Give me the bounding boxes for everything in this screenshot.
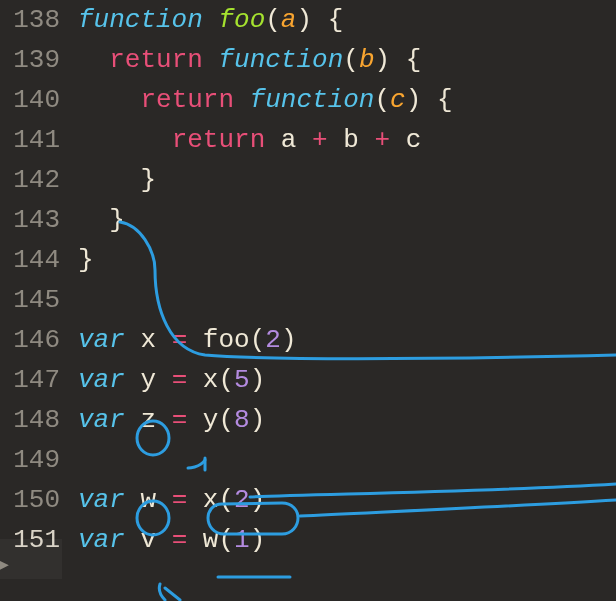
token: foo(: [203, 325, 265, 355]
token: b: [359, 45, 375, 75]
code-line[interactable]: 139 return function(b) {: [0, 40, 616, 80]
code-line[interactable]: 141 return a + b + c: [0, 120, 616, 160]
code-content[interactable]: var y = x(5): [78, 360, 265, 400]
code-content[interactable]: var w = x(2): [78, 480, 265, 520]
token: function: [78, 5, 218, 35]
code-line[interactable]: 145: [0, 280, 616, 320]
token: var: [78, 485, 140, 515]
code-content[interactable]: }: [78, 160, 156, 200]
token: x: [140, 325, 171, 355]
code-line[interactable]: 150var w = x(2): [0, 480, 616, 520]
token: foo: [218, 5, 265, 35]
line-number: 151: [0, 520, 78, 560]
code-line[interactable]: 144}: [0, 240, 616, 280]
token: =: [172, 525, 203, 555]
line-number: 148: [0, 400, 78, 440]
token: }: [140, 165, 156, 195]
token: ) {: [296, 5, 343, 35]
token: 2: [234, 485, 250, 515]
gutter-caret-icon: ▶: [0, 545, 9, 585]
token: a: [281, 125, 312, 155]
token: =: [172, 405, 203, 435]
code-content[interactable]: return function(c) {: [78, 80, 453, 120]
token: return: [140, 85, 249, 115]
token: =: [172, 365, 203, 395]
line-number: 139: [0, 40, 78, 80]
token: 5: [234, 365, 250, 395]
token: var: [78, 405, 140, 435]
token: b: [343, 125, 374, 155]
code-line[interactable]: 149: [0, 440, 616, 480]
token: a: [281, 5, 297, 35]
line-number: 143: [0, 200, 78, 240]
line-number: 142: [0, 160, 78, 200]
token: c: [406, 125, 422, 155]
token: v: [140, 525, 171, 555]
token: (: [265, 5, 281, 35]
line-number: 140: [0, 80, 78, 120]
token: var: [78, 365, 140, 395]
token: return: [172, 125, 281, 155]
token: ) {: [374, 45, 421, 75]
token: 2: [265, 325, 281, 355]
code-line[interactable]: 147var y = x(5): [0, 360, 616, 400]
token: w(: [203, 525, 234, 555]
token: ): [250, 405, 266, 435]
line-number: 145: [0, 280, 78, 320]
line-number: 150: [0, 480, 78, 520]
token: =: [172, 325, 203, 355]
token: +: [375, 125, 406, 155]
token: }: [78, 245, 94, 275]
token: ): [250, 485, 266, 515]
token: var: [78, 325, 140, 355]
code-line[interactable]: 142 }: [0, 160, 616, 200]
line-number: 141: [0, 120, 78, 160]
code-line[interactable]: 138function foo(a) {: [0, 0, 616, 40]
token: (: [374, 85, 390, 115]
token: ): [281, 325, 297, 355]
token: ) {: [406, 85, 453, 115]
token: function: [250, 85, 375, 115]
line-number: 149: [0, 440, 78, 480]
code-line[interactable]: 148var z = y(8): [0, 400, 616, 440]
code-content[interactable]: }: [78, 240, 94, 280]
token: +: [312, 125, 343, 155]
code-content[interactable]: var v = w(1): [78, 520, 265, 560]
code-content[interactable]: var x = foo(2): [78, 320, 297, 360]
token: =: [172, 485, 203, 515]
token: 1: [234, 525, 250, 555]
code-content[interactable]: }: [78, 200, 125, 240]
code-content[interactable]: function foo(a) {: [78, 0, 343, 40]
token: w: [140, 485, 171, 515]
token: z: [140, 405, 171, 435]
code-line[interactable]: 143 }: [0, 200, 616, 240]
code-line[interactable]: 146var x = foo(2): [0, 320, 616, 360]
code-editor[interactable]: 138function foo(a) {139 return function(…: [0, 0, 616, 560]
code-content[interactable]: var z = y(8): [78, 400, 265, 440]
token: ): [250, 525, 266, 555]
line-number: 138: [0, 0, 78, 40]
token: return: [109, 45, 218, 75]
token: var: [78, 525, 140, 555]
token: y: [140, 365, 171, 395]
line-number: 144: [0, 240, 78, 280]
code-content[interactable]: return a + b + c: [78, 120, 421, 160]
token: y(: [203, 405, 234, 435]
token: 8: [234, 405, 250, 435]
line-number: 146: [0, 320, 78, 360]
token: x(: [203, 485, 234, 515]
token: x(: [203, 365, 234, 395]
token: c: [390, 85, 406, 115]
code-line[interactable]: 151var v = w(1): [0, 520, 616, 560]
token: ): [250, 365, 266, 395]
code-line[interactable]: 140 return function(c) {: [0, 80, 616, 120]
code-content[interactable]: return function(b) {: [78, 40, 421, 80]
token: (: [343, 45, 359, 75]
line-number: 147: [0, 360, 78, 400]
token: }: [109, 205, 125, 235]
token: function: [218, 45, 343, 75]
